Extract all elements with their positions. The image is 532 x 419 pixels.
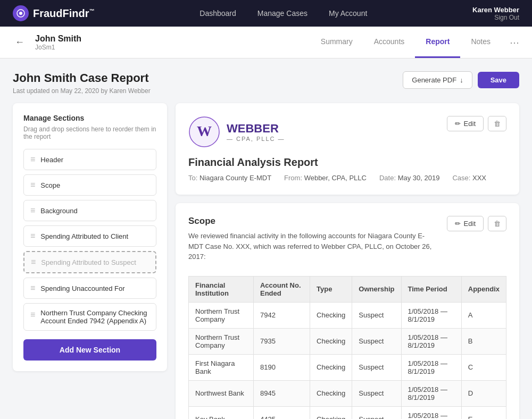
report-from-value: Webber, CPA, PLLC (304, 174, 367, 182)
username: Karen Webber (472, 6, 519, 14)
section-item[interactable]: ≡ Spending Attributed to Client (23, 225, 156, 247)
section-label: Northern Trust Company Checking Account … (40, 309, 149, 325)
svg-text:W: W (197, 123, 212, 139)
edit-scope-button[interactable]: ✏ Edit (447, 216, 484, 231)
report-header-section: W WEBBER — CPA, PLLC — ✏ Edit (188, 116, 506, 148)
page-actions: Generate PDF ↓ Save (403, 71, 519, 89)
firm-name-area: WEBBER — CPA, PLLC — (227, 122, 285, 142)
table-row: Northern Trust Company7935CheckingSuspec… (189, 328, 506, 354)
section-item[interactable]: ≡ Scope (23, 174, 156, 196)
download-icon: ↓ (460, 76, 463, 84)
firm-name: WEBBER (227, 122, 285, 136)
brand-name: FraudFindr™ (33, 7, 95, 20)
nav-my-account[interactable]: My Account (329, 9, 367, 18)
report-meta: To: Niagara County E-MDT From: Webber, C… (188, 174, 506, 182)
table-row: Key Bank4425CheckingSuspect1/05/2018 — 8… (189, 406, 506, 419)
section-label: Spending Attributed to Suspect (41, 258, 136, 266)
header-card-actions: ✏ Edit 🗑 (447, 116, 506, 131)
col-type: Type (310, 276, 352, 302)
tab-bar: Summary Accounts Report Notes (310, 27, 501, 58)
case-name: John Smith (35, 34, 310, 44)
drag-icon: ≡ (30, 283, 35, 293)
scope-title: Scope (188, 216, 438, 227)
report-case-value: XXX (472, 174, 486, 182)
drag-icon: ≡ (30, 310, 35, 320)
user-info: Karen Webber Sign Out (472, 6, 519, 21)
col-appendix: Appendix (461, 276, 506, 302)
more-options-button[interactable]: ⋯ (510, 37, 519, 48)
section-label: Spending Unaccounted For (40, 284, 124, 292)
tab-report[interactable]: Report (415, 27, 460, 58)
report-to: To: Niagara County E-MDT (188, 174, 271, 182)
section-label: Scope (40, 181, 60, 189)
drag-icon: ≡ (30, 206, 35, 215)
firm-subtitle: — CPA, PLLC — (227, 136, 285, 142)
svg-point-1 (19, 12, 22, 15)
trash-icon: 🗑 (494, 220, 501, 228)
section-label: Spending Attributed to Client (40, 232, 128, 240)
col-period: Time Period (401, 276, 461, 302)
report-to-value: Niagara County E-MDT (200, 174, 271, 182)
save-button[interactable]: Save (478, 72, 519, 88)
drag-icon: ≡ (31, 257, 36, 267)
top-navigation: Dashboard Manage Cases My Account (200, 9, 367, 18)
section-label: Background (40, 207, 77, 215)
firm-logo-area: W WEBBER — CPA, PLLC — (188, 116, 285, 148)
generate-pdf-label: Generate PDF (412, 76, 456, 84)
table-row: Northern Trust Company7942CheckingSuspec… (189, 302, 506, 328)
report-content: W WEBBER — CPA, PLLC — ✏ Edit (176, 103, 519, 419)
firm-logo: W (188, 116, 220, 148)
section-item[interactable]: ≡ Spending Unaccounted For (23, 278, 156, 299)
edit-icon: ✏ (455, 120, 461, 128)
table-row: Northwest Bank8945CheckingSuspect1/05/20… (189, 380, 506, 406)
title-section: John Smith Case Report Last updated on M… (13, 71, 151, 95)
report-title: Financial Analysis Report (188, 156, 506, 169)
report-header-card: W WEBBER — CPA, PLLC — ✏ Edit (176, 103, 519, 195)
nav-manage-cases[interactable]: Manage Cases (257, 9, 307, 18)
col-institution: Financial Institution (189, 276, 254, 302)
delete-scope-button[interactable]: 🗑 (488, 216, 506, 231)
page-title-row: John Smith Case Report Last updated on M… (13, 71, 519, 95)
generate-pdf-button[interactable]: Generate PDF ↓ (403, 71, 472, 89)
report-case: Case: XXX (452, 174, 486, 182)
sections-panel-subtitle: Drag and drop sections here to reorder t… (23, 125, 156, 140)
section-item-dragging[interactable]: ≡ Spending Attributed to Suspect (23, 251, 156, 273)
back-button[interactable]: ← (13, 35, 27, 50)
sections-panel: Manage Sections Drag and drop sections h… (13, 103, 167, 371)
add-new-section-button[interactable]: Add New Section (23, 339, 156, 361)
section-label: Header (40, 156, 63, 164)
main-layout: Manage Sections Drag and drop sections h… (13, 103, 519, 419)
tab-summary[interactable]: Summary (310, 27, 363, 58)
section-item[interactable]: ≡ Background (23, 200, 156, 221)
table-row: First Niagara Bank8190CheckingSuspect1/0… (189, 354, 506, 380)
edit-icon: ✏ (455, 220, 461, 228)
page-title: John Smith Case Report (13, 71, 151, 85)
tab-notes[interactable]: Notes (460, 27, 501, 58)
edit-header-button[interactable]: ✏ Edit (447, 116, 484, 131)
drag-icon: ≡ (30, 231, 35, 241)
scope-content: Scope We reviewed financial activity in … (188, 216, 447, 271)
tab-accounts[interactable]: Accounts (363, 27, 415, 58)
section-item[interactable]: ≡ Header (23, 149, 156, 170)
case-id: JoSm1 (35, 44, 310, 51)
delete-header-button[interactable]: 🗑 (488, 116, 506, 131)
report-date: Date: May 30, 2019 (379, 174, 439, 182)
scope-description: We reviewed financial activity in the fo… (188, 231, 438, 262)
col-account: Account No. Ended (253, 276, 310, 302)
drag-icon: ≡ (30, 155, 35, 164)
report-date-value: May 30, 2019 (398, 174, 440, 182)
sections-panel-title: Manage Sections (23, 114, 156, 122)
signout-link[interactable]: Sign Out (472, 14, 519, 21)
topnav: FraudFindr™ Dashboard Manage Cases My Ac… (0, 0, 532, 27)
col-ownership: Ownership (352, 276, 401, 302)
trash-icon: 🗑 (494, 120, 501, 128)
subheader: ← John Smith JoSm1 Summary Accounts Repo… (0, 27, 532, 58)
drag-icon: ≡ (30, 180, 35, 190)
app-logo: FraudFindr™ (13, 5, 95, 21)
nav-dashboard[interactable]: Dashboard (200, 9, 236, 18)
report-from: From: Webber, CPA, PLLC (284, 174, 367, 182)
scope-card-actions: ✏ Edit 🗑 (447, 216, 506, 231)
edit-label: Edit (464, 120, 476, 128)
section-item[interactable]: ≡ Northern Trust Company Checking Accoun… (23, 303, 156, 331)
logo-icon (13, 5, 29, 21)
